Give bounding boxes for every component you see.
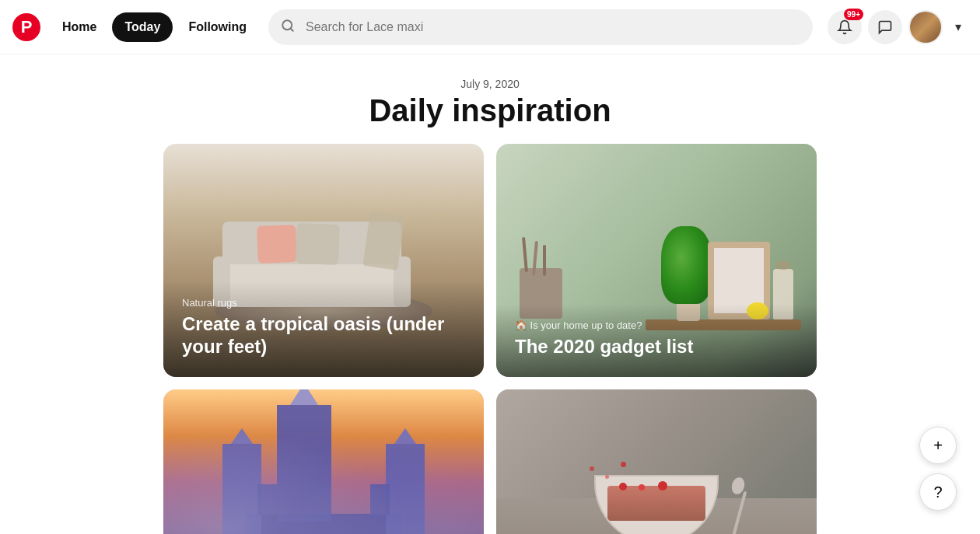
nav-today[interactable]: Today (112, 12, 173, 42)
search-icon (281, 19, 295, 36)
main-content: July 9, 2020 Daily inspiration (0, 54, 980, 534)
notifications-button[interactable]: 99+ (828, 10, 862, 44)
card-1-title: Create a tropical oasis (under your feet… (182, 313, 465, 358)
card-castle[interactable] (163, 389, 484, 534)
daily-date: July 9, 2020 (16, 78, 964, 90)
search-input[interactable] (268, 9, 813, 45)
notification-badge: 99+ (844, 9, 863, 20)
card-1-overlay: Natural rugs Create a tropical oasis (un… (163, 281, 484, 377)
header: P Home Today Following 99+ (0, 0, 980, 54)
card-2-subtitle: 🏠 Is your home up to date? (515, 319, 798, 331)
card-1-subtitle: Natural rugs (182, 297, 465, 309)
card-2-overlay: 🏠 Is your home up to date? The 2020 gadg… (496, 304, 817, 377)
card-natural-rugs[interactable]: Natural rugs Create a tropical oasis (un… (163, 144, 484, 377)
add-button[interactable]: + (919, 427, 957, 464)
help-button[interactable]: ? (919, 473, 957, 511)
fab-container: + ? (919, 427, 957, 511)
card-2-title: The 2020 gadget list (515, 336, 798, 358)
cards-grid: Natural rugs Create a tropical oasis (un… (163, 144, 817, 534)
messages-button[interactable] (868, 10, 902, 44)
card-food[interactable] (496, 389, 817, 534)
daily-header: July 9, 2020 Daily inspiration (16, 54, 964, 144)
search-bar (268, 9, 813, 45)
avatar-image (910, 12, 941, 43)
pinterest-logo[interactable]: P (12, 13, 40, 41)
card-4-background (496, 389, 817, 534)
avatar[interactable] (908, 10, 943, 44)
nav-home[interactable]: Home (50, 12, 109, 42)
main-nav: Home Today Following (50, 12, 259, 42)
svg-line-1 (291, 28, 293, 30)
card-3-background (163, 389, 484, 534)
nav-following[interactable]: Following (176, 12, 259, 42)
account-menu-button[interactable]: ▾ (949, 13, 968, 40)
header-right: 99+ ▾ (828, 10, 968, 44)
card-gadget-list[interactable]: 🏠 Is your home up to date? The 2020 gadg… (496, 144, 817, 377)
daily-title: Daily inspiration (16, 93, 964, 128)
card-3-clouds (163, 389, 484, 534)
